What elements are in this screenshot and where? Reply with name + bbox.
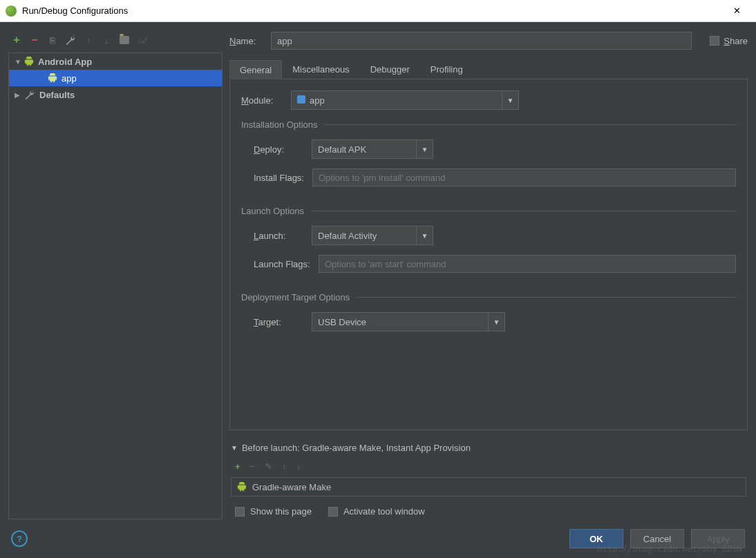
tab-general[interactable]: General (229, 60, 282, 79)
watermark: http://blog.csdn.net/mhy_EDSN (597, 544, 742, 554)
tabs: General Miscellaneous Debugger Profiling (229, 59, 748, 79)
bl-down-icon[interactable]: ↓ (296, 461, 301, 472)
launch-select[interactable]: Default Activity ▼ (312, 226, 433, 245)
launch-label: Launch: (241, 231, 303, 241)
activate-window-label: Activate tool window (343, 506, 425, 517)
name-label: Name: (229, 36, 264, 46)
chevron-down-icon: ▼ (416, 227, 433, 244)
tree-item-label: app (62, 73, 77, 84)
target-label: Target: (241, 317, 303, 327)
android-icon (48, 73, 57, 83)
android-icon (24, 57, 34, 66)
installation-legend: Installation Options (241, 119, 325, 130)
share-label: Share (724, 36, 748, 46)
titlebar: Run/Debug Configurations ✕ (0, 0, 756, 22)
chevron-down-icon: ▼ (416, 140, 433, 158)
activate-window-checkbox[interactable] (328, 507, 338, 517)
deploy-select[interactable]: Default APK ▼ (312, 140, 433, 159)
tree-defaults-label: Defaults (39, 90, 75, 100)
close-icon[interactable]: ✕ (723, 0, 750, 22)
launch-options-group: Launch Options Launch: Default Activity … (241, 206, 736, 285)
wrench-icon (24, 89, 35, 100)
installation-options-group: Installation Options Deploy: Default APK… (241, 119, 736, 199)
expand-arrow-icon: ▼ (15, 58, 21, 66)
install-flags-input[interactable] (312, 169, 736, 186)
gradle-icon (237, 482, 247, 492)
target-value: USB Device (318, 317, 366, 327)
before-launch-item[interactable]: Gradle-aware Make (231, 478, 746, 496)
expand-arrow-icon[interactable]: ▼ (231, 444, 238, 452)
launch-flags-label: Launch Flags: (241, 259, 310, 269)
left-panel: + − ⎘ ↑ ↓ ↓ₐᶻ ▼ Android App (8, 30, 223, 519)
move-up-icon[interactable]: ↑ (83, 35, 94, 46)
show-page-checkbox[interactable] (235, 507, 245, 517)
launch-value: Default Activity (318, 231, 377, 241)
install-flags-label: Install Flags: (241, 173, 304, 183)
before-launch-item-label: Gradle-aware Make (252, 482, 331, 492)
tree-group-label: Android App (38, 57, 92, 67)
config-tree: ▼ Android App app ▶ Defaults (8, 52, 223, 519)
tab-debugger[interactable]: Debugger (360, 59, 420, 79)
collapse-arrow-icon: ▶ (15, 91, 21, 99)
tree-item-app[interactable]: app (9, 70, 222, 86)
window-title: Run/Debug Configurations (22, 6, 723, 16)
module-select[interactable]: app ▼ (291, 90, 519, 110)
before-launch-list: Gradle-aware Make (231, 477, 746, 497)
tree-group-android-app[interactable]: ▼ Android App (9, 53, 222, 70)
folder-icon[interactable] (119, 35, 130, 46)
show-page-label: Show this page (250, 506, 312, 517)
module-value: app (310, 95, 325, 106)
deploy-value: Default APK (318, 144, 366, 155)
edit-templates-icon[interactable] (65, 35, 76, 46)
chevron-down-icon: ▼ (488, 313, 504, 331)
bl-remove-icon[interactable]: − (250, 461, 256, 472)
before-launch-title: Before launch: Gradle-aware Make, Instan… (242, 443, 471, 453)
name-input[interactable] (271, 32, 692, 50)
tree-group-defaults[interactable]: ▶ Defaults (9, 86, 222, 103)
add-icon[interactable]: + (11, 35, 22, 46)
tab-profiling[interactable]: Profiling (420, 59, 473, 79)
tab-content-general: Module: app ▼ Installation Options Deplo… (229, 79, 748, 430)
module-label: Module: (241, 95, 283, 106)
before-launch-section: ▼ Before launch: Gradle-aware Make, Inst… (229, 443, 748, 519)
module-icon (297, 95, 305, 104)
config-toolbar: + − ⎘ ↑ ↓ ↓ₐᶻ (8, 30, 223, 50)
share-checkbox[interactable] (710, 36, 719, 46)
bl-edit-icon[interactable]: ✎ (265, 461, 272, 472)
tab-miscellaneous[interactable]: Miscellaneous (282, 59, 359, 79)
target-select[interactable]: USB Device ▼ (312, 312, 505, 331)
help-icon[interactable]: ? (11, 530, 28, 547)
chevron-down-icon: ▼ (502, 91, 518, 109)
launch-flags-input[interactable] (319, 255, 736, 273)
sort-icon[interactable]: ↓ₐᶻ (137, 35, 148, 46)
move-down-icon[interactable]: ↓ (101, 35, 112, 46)
copy-icon[interactable]: ⎘ (47, 35, 58, 46)
launch-legend: Launch Options (241, 206, 311, 216)
deploy-label: Deploy: (241, 144, 303, 155)
deployment-target-group: Deployment Target Options Target: USB De… (241, 292, 736, 344)
remove-icon[interactable]: − (29, 35, 40, 46)
right-panel: Name: Share General Miscellaneous Debugg… (229, 30, 748, 519)
bl-up-icon[interactable]: ↑ (282, 461, 287, 472)
bl-add-icon[interactable]: + (235, 461, 240, 472)
app-icon (6, 6, 17, 17)
deployment-legend: Deployment Target Options (241, 292, 357, 302)
